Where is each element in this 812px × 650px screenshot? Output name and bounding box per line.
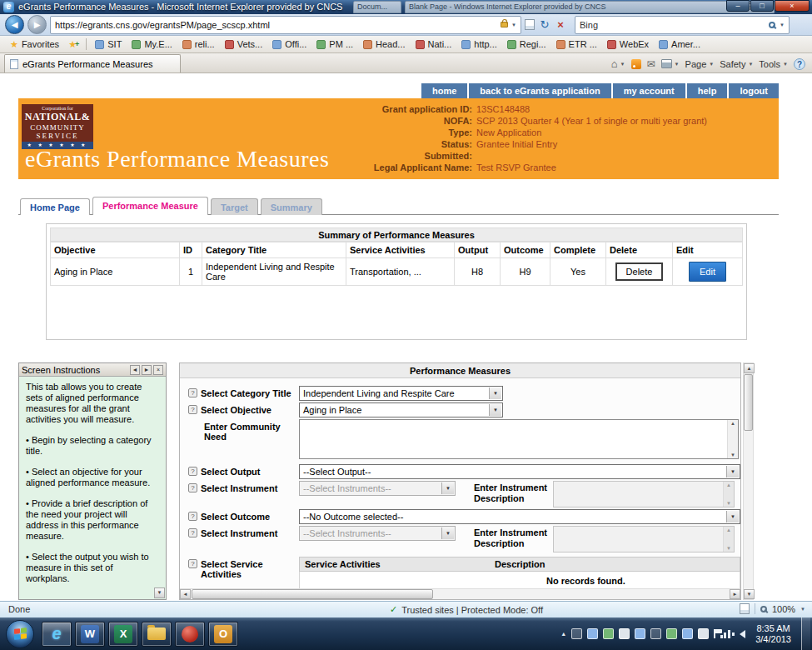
favorites-bar-item[interactable]: SIT (90, 38, 127, 50)
read-mail-button[interactable]: ✉ (647, 58, 655, 70)
favorites-bar-item[interactable]: Vets... (220, 38, 268, 50)
delete-button[interactable]: Delete (615, 262, 664, 281)
scrollbar-thumb[interactable] (744, 374, 753, 431)
home-button[interactable]: ⌂▼ (611, 58, 625, 70)
nav-back-to-egrants-button[interactable]: back to eGrants application (469, 83, 610, 98)
close-button[interactable]: × (775, 0, 810, 12)
scroll-right-button[interactable]: ► (142, 365, 152, 375)
help-icon[interactable]: ? (188, 559, 197, 568)
compatibility-icon[interactable] (740, 603, 750, 614)
favorites-bar-item[interactable]: Offi... (267, 38, 311, 50)
zoom-icon[interactable] (760, 606, 767, 612)
search-icon[interactable] (769, 22, 775, 28)
url-dropdown-icon[interactable]: ▼ (511, 22, 516, 28)
maximize-button[interactable]: □ (750, 0, 774, 12)
category-title-select[interactable]: Independent Living and Respite Care ▼ (299, 386, 503, 401)
community-need-textarea[interactable]: ▲▼ (299, 419, 739, 459)
taskbar-ie-button[interactable]: e (42, 622, 72, 647)
scroll-left-button[interactable]: ◄ (130, 365, 140, 375)
outcome-select[interactable]: --No Outcome selected-- ▼ (299, 509, 740, 524)
scroll-down-button[interactable]: ▼ (744, 589, 755, 599)
url-field[interactable]: https://egrants.cns.gov/egrantsPM/page_s… (50, 16, 521, 34)
show-hidden-icons-button[interactable]: ▲ (560, 631, 566, 637)
help-icon[interactable]: ? (188, 483, 197, 492)
taskbar-clock[interactable]: 8:35 AM 3/4/2013 (750, 623, 796, 645)
close-instructions-button[interactable]: × (153, 365, 163, 375)
output-select[interactable]: --Select Output-- ▼ (299, 464, 740, 479)
print-button[interactable]: ▼ (661, 59, 680, 68)
page-menu[interactable]: Page▼ (685, 59, 715, 69)
zoom-dropdown-icon[interactable]: ▼ (800, 607, 805, 612)
tray-icon[interactable] (666, 628, 677, 639)
vertical-scrollbar[interactable]: ▲ ▼ (743, 362, 754, 600)
tray-icon[interactable] (682, 628, 693, 639)
scrollbar-thumb[interactable] (192, 589, 433, 599)
favorites-bar-item[interactable]: ETR ... (551, 38, 602, 50)
favorites-bar-item[interactable]: PM ... (311, 38, 358, 50)
help-icon[interactable]: ? (188, 512, 197, 521)
favorites-bar-item[interactable]: WebEx (602, 38, 654, 50)
objective-select[interactable]: Aging in Place ▼ (299, 402, 503, 418)
background-window-titlebar[interactable]: Blank Page - Windows Internet Explorer p… (405, 1, 775, 13)
tab-performance-measure[interactable]: Performance Measure (92, 197, 208, 215)
help-icon[interactable]: ? (188, 405, 197, 414)
search-dropdown-icon[interactable]: ▼ (780, 22, 785, 28)
favorites-bar-item[interactable]: reli... (177, 38, 220, 50)
help-icon[interactable]: ? (188, 388, 197, 398)
scroll-right-button[interactable]: ► (730, 589, 740, 599)
stop-button[interactable]: × (555, 18, 566, 31)
background-window-tab[interactable]: Docum... (353, 1, 401, 13)
forward-button[interactable]: ▶ (27, 15, 47, 34)
favorites-bar-item[interactable]: Amer... (654, 38, 705, 50)
favorites-button[interactable]: ★ Favorites (4, 38, 65, 52)
tray-icon[interactable] (635, 628, 645, 639)
taskbar-excel-button[interactable]: X (108, 622, 138, 647)
browser-tab[interactable]: eGrants Performance Measures (4, 54, 181, 72)
scroll-left-button[interactable]: ◄ (180, 589, 191, 599)
tray-icon[interactable] (571, 628, 582, 639)
nav-my-account-button[interactable]: my account (613, 83, 685, 98)
taskbar-outlook-button[interactable]: O (208, 622, 238, 647)
add-to-favorites-button[interactable]: ★+ (65, 39, 82, 50)
safety-menu[interactable]: Safety▼ (720, 59, 753, 69)
edit-button[interactable]: Edit (689, 262, 726, 282)
favorites-bar-item[interactable]: Nati... (411, 38, 457, 50)
search-box[interactable]: Bing ▼ (575, 16, 790, 34)
zoom-level[interactable]: 100% (772, 604, 795, 614)
show-desktop-button[interactable] (801, 618, 810, 650)
outcome-instrument-select[interactable]: --Select Instruments-- ▼ (299, 526, 456, 541)
nav-logout-button[interactable]: logout (729, 83, 779, 98)
taskbar-media-button[interactable] (175, 622, 205, 647)
nav-home-button[interactable]: home (421, 83, 467, 98)
help-icon[interactable]: ? (188, 528, 197, 538)
tray-icon[interactable] (587, 628, 598, 639)
favorites-bar-item[interactable]: Head... (358, 38, 410, 50)
favorites-bar-item[interactable]: http... (456, 38, 502, 50)
scroll-up-button[interactable]: ▲ (744, 363, 755, 373)
back-button[interactable]: ◀ (5, 15, 24, 34)
horizontal-scrollbar[interactable]: ◄ ► (180, 588, 740, 599)
favorites-bar-item[interactable]: My.E... (127, 38, 177, 50)
action-center-icon[interactable] (714, 629, 715, 638)
taskbar-word-button[interactable]: W (75, 622, 105, 647)
taskbar-folder-button[interactable] (142, 622, 172, 647)
network-icon[interactable] (720, 630, 730, 638)
nav-help-button[interactable]: help (687, 83, 728, 98)
tray-icon[interactable] (650, 628, 661, 639)
scrollbar-track[interactable] (433, 589, 730, 599)
tray-icon[interactable] (619, 628, 630, 639)
refresh-button[interactable]: ↻ (538, 18, 551, 31)
tools-menu[interactable]: Tools▼ (759, 59, 788, 69)
feeds-icon[interactable] (631, 59, 641, 69)
tray-icon[interactable] (698, 628, 709, 639)
scroll-down-button[interactable]: ▼ (154, 588, 165, 598)
start-button[interactable] (6, 620, 34, 648)
scrollbar-track[interactable] (744, 431, 753, 589)
minimize-button[interactable]: – (726, 0, 750, 12)
tray-icon[interactable] (603, 628, 614, 639)
favorites-bar-item[interactable]: Regi... (502, 38, 551, 50)
volume-icon[interactable] (735, 630, 745, 638)
help-icon[interactable]: ? (188, 467, 197, 476)
compatibility-view-button[interactable] (525, 19, 535, 30)
tab-home-page[interactable]: Home Page (20, 198, 90, 215)
